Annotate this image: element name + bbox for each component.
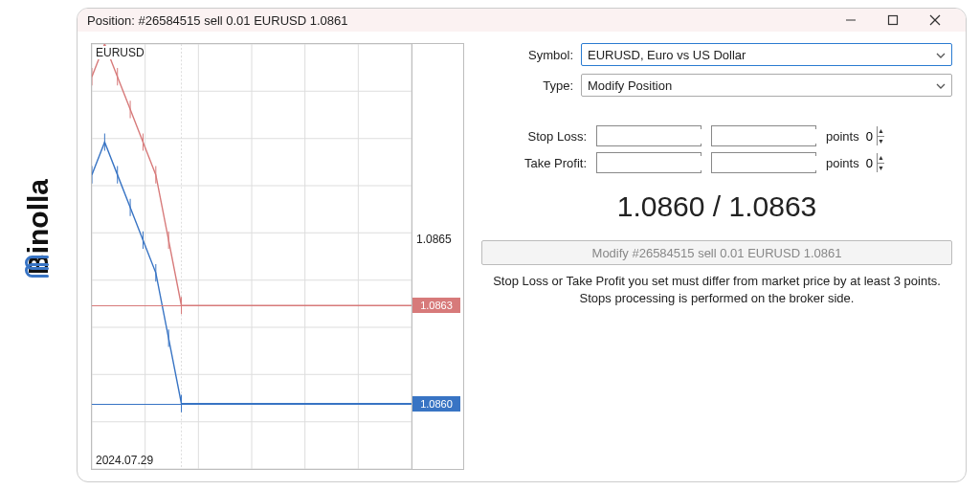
type-value: Modify Position [588, 78, 672, 93]
chart-pair-label: EURUSD [96, 46, 145, 59]
symbol-label: Symbol: [481, 48, 573, 62]
maximize-button[interactable] [872, 11, 914, 30]
ask-line [92, 305, 412, 306]
window-title: Position: #26584515 sell 0.01 EURUSD 1.0… [87, 13, 830, 28]
spin-up-icon[interactable]: ▲ [878, 153, 884, 164]
spin-down-icon[interactable]: ▼ [878, 164, 884, 173]
chevron-down-icon [936, 49, 946, 63]
chart-date-label: 2024.07.29 [96, 454, 153, 467]
symbol-value: EURUSD, Euro vs US Dollar [588, 48, 746, 62]
svg-rect-1 [889, 16, 898, 25]
minimize-button[interactable] [830, 11, 872, 30]
footer-note: Stop Loss or Take Profit you set must di… [481, 273, 952, 306]
close-button[interactable] [914, 11, 956, 30]
spin-up-icon[interactable]: ▲ [878, 126, 884, 137]
bid-price-tag: 1.0860 [412, 396, 460, 412]
dialog-window: Position: #26584515 sell 0.01 EURUSD 1.0… [77, 8, 967, 482]
type-select[interactable]: Modify Position [581, 74, 952, 97]
points-unit: points [826, 156, 859, 170]
tick-chart: EURUSD 2024.07.29 1.0865 1.0863 1.0860 [91, 43, 464, 470]
points-unit: points [826, 129, 859, 144]
bid-ask-quote: 1.0860 / 1.0863 [481, 190, 952, 223]
brand-logo-icon [23, 250, 55, 278]
symbol-select[interactable]: EURUSD, Euro vs US Dollar [581, 43, 952, 66]
titlebar: Position: #26584515 sell 0.01 EURUSD 1.0… [78, 9, 966, 32]
chevron-down-icon [936, 79, 946, 94]
chart-plot-area: EURUSD 2024.07.29 [92, 44, 412, 469]
take-profit-label: Take Profit: [481, 156, 587, 170]
ask-price-tag: 1.0863 [412, 298, 460, 313]
axis-tick-label: 1.0865 [416, 233, 452, 246]
take-profit-points-input[interactable]: ▲▼ [711, 152, 816, 173]
price-axis: 1.0865 1.0863 1.0860 [412, 44, 463, 469]
type-label: Type: [481, 78, 573, 93]
take-profit-input[interactable]: ▲▼ [596, 152, 702, 173]
spin-down-icon[interactable]: ▼ [878, 137, 884, 146]
bid-line [92, 404, 412, 405]
stop-loss-input[interactable]: ▲▼ [596, 125, 702, 146]
brand-sidebar: Binolla [0, 0, 77, 490]
stop-loss-points-input[interactable]: ▲▼ [711, 125, 816, 146]
modify-button[interactable]: Modify #26584515 sell 0.01 EURUSD 1.0861 [481, 240, 952, 265]
order-form: Symbol: EURUSD, Euro vs US Dollar Type: … [481, 43, 952, 470]
stop-loss-label: Stop Loss: [481, 129, 587, 144]
